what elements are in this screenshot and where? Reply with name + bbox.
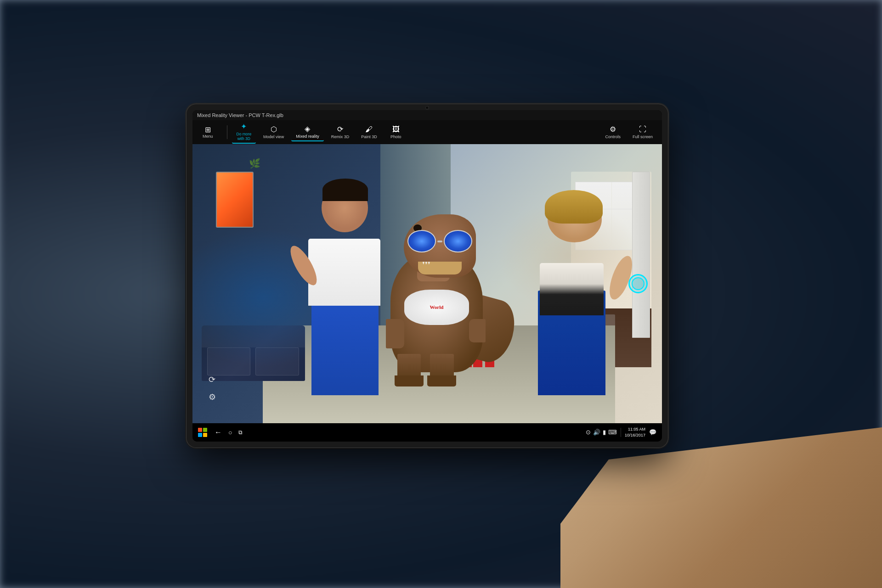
menu-icon: ⊞	[205, 125, 211, 134]
couch	[202, 325, 305, 381]
dino-claw-left	[395, 375, 424, 386]
dino-sign: World	[404, 290, 469, 325]
model-view-icon: ⬡	[271, 125, 277, 134]
title-text: Mixed Reality Viewer - PCW T-Rex.glb	[197, 112, 283, 118]
tray-separator	[621, 428, 621, 437]
controls-button[interactable]: ⚙ Controls	[600, 123, 625, 141]
dino-lens-right	[444, 230, 472, 252]
controls-label: Controls	[605, 134, 621, 139]
person-right-torso	[540, 263, 604, 315]
taskbar-left: ← ○ ⧉	[192, 428, 248, 437]
photo-icon: 🖼	[392, 125, 400, 134]
scene-area: 🌿	[192, 144, 662, 423]
model-view-label: Model view	[263, 134, 284, 139]
tablet-device: Mixed Reality Viewer - PCW T-Rex.glb ⊞ M…	[186, 104, 668, 448]
settings-icon[interactable]: ⚙	[207, 392, 218, 403]
do-more-label: Do morewith 3D	[237, 132, 252, 141]
controls-icon: ⚙	[610, 125, 616, 134]
do-more-icon: ✦	[241, 122, 247, 131]
mixed-reality-button[interactable]: ◈ Mixed reality	[291, 123, 324, 141]
system-tray: ⊙ 🔊 ▮ ⌨	[586, 429, 617, 436]
mixed-reality-icon: ◈	[305, 124, 310, 133]
paint-3d-label: Paint 3D	[361, 134, 377, 139]
tablet-camera	[425, 106, 429, 110]
dino-arm-right	[469, 319, 486, 342]
network-icon: ⊙	[586, 429, 591, 436]
keyboard-icon: ⌨	[608, 429, 617, 436]
photo-label: Photo	[390, 134, 401, 139]
toolbar-right: ⚙ Controls ⛶ Full screen	[600, 123, 657, 141]
dinosaur: World	[371, 200, 502, 381]
person-right	[531, 186, 624, 395]
fullscreen-button[interactable]: ⛶ Full screen	[628, 123, 657, 141]
do-more-with-3d-button[interactable]: ✦ Do morewith 3D	[232, 120, 256, 144]
rotate-icon[interactable]: ⟳	[207, 374, 218, 385]
dino-glasses-bridge	[437, 241, 442, 242]
fullscreen-label: Full screen	[633, 134, 653, 139]
toolbar-separator-1	[227, 125, 227, 139]
menu-label: Menu	[203, 134, 213, 139]
bottom-left-icons: ⟳ ⚙	[207, 374, 218, 403]
dino-teeth	[423, 262, 430, 264]
current-time: 11:05 AM	[628, 426, 645, 432]
remix-3d-icon: ⟳	[337, 125, 343, 134]
person-left-torso	[308, 239, 380, 306]
taskbar-nav: ← ○ ⧉	[215, 428, 243, 437]
volume-icon: 🔊	[593, 429, 600, 436]
title-bar: Mixed Reality Viewer - PCW T-Rex.glb	[192, 110, 662, 120]
remix-3d-label: Remix 3D	[331, 134, 350, 139]
paint-3d-icon: 🖌	[365, 125, 373, 134]
current-date: 10/16/2017	[625, 432, 645, 438]
windows-start-button[interactable]	[198, 428, 207, 437]
battery-icon: ▮	[603, 429, 606, 436]
task-view-button[interactable]: ⧉	[238, 429, 243, 436]
person-right-hair	[545, 190, 603, 224]
mixed-reality-label: Mixed reality	[296, 134, 319, 139]
dino-head	[404, 214, 476, 278]
app-toolbar: ⊞ Menu ✦ Do morewith 3D ⬡ Model view ◈ M…	[192, 120, 662, 144]
dino-sunglasses	[407, 230, 473, 252]
model-view-button[interactable]: ⬡ Model view	[259, 123, 288, 141]
remix-3d-button[interactable]: ⟳ Remix 3D	[327, 123, 354, 141]
wall-art	[216, 172, 254, 228]
taskbar-right: ⊙ 🔊 ▮ ⌨ 11:05 AM 10/16/2017 💬	[580, 426, 662, 438]
dino-claw-right	[427, 375, 456, 386]
tablet-screen: Mixed Reality Viewer - PCW T-Rex.glb ⊞ M…	[192, 110, 662, 442]
dino-arm-left	[386, 319, 404, 348]
menu-button[interactable]: ⊞ Menu	[197, 123, 219, 140]
photo-button[interactable]: 🖼 Photo	[384, 123, 407, 141]
home-button[interactable]: ○	[228, 429, 232, 436]
wall-plant: 🌿	[249, 158, 268, 208]
camera-shutter-button[interactable]	[628, 274, 648, 293]
fullscreen-icon: ⛶	[639, 125, 646, 134]
back-button[interactable]: ←	[215, 428, 222, 437]
notification-icon[interactable]: 💬	[649, 429, 656, 436]
refrigerator	[632, 172, 650, 338]
time-display: 11:05 AM 10/16/2017	[625, 426, 645, 438]
paint-3d-button[interactable]: 🖌 Paint 3D	[356, 123, 382, 141]
windows-taskbar: ← ○ ⧉ ⊙ 🔊 ▮ ⌨ 11:05 AM 10/16/2017 �	[192, 423, 662, 442]
dino-lens-left	[407, 230, 436, 252]
person-left-hair	[322, 179, 368, 201]
dino-jaw	[418, 262, 461, 274]
